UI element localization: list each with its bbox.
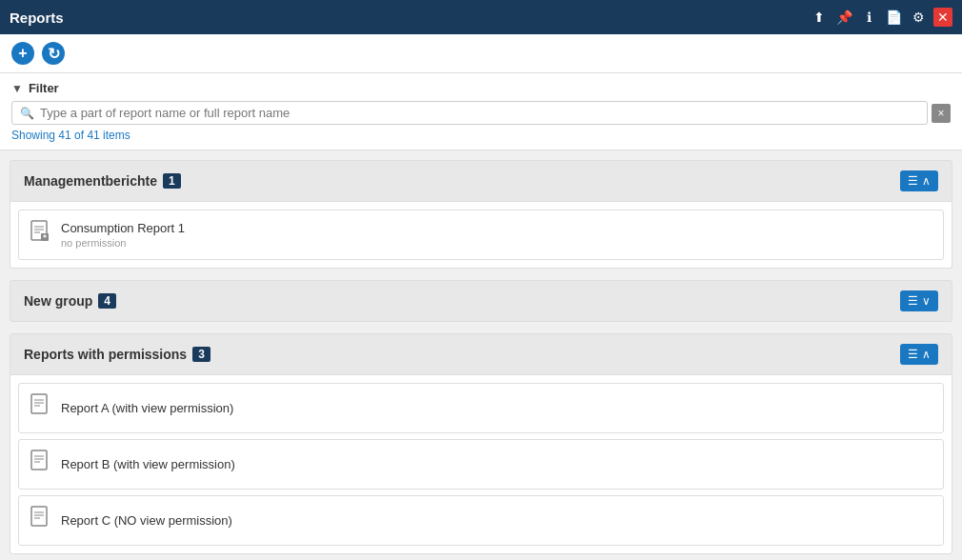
group-managementberichte: Managementberichte 1 ☰ ∧ [10, 160, 952, 269]
list-item[interactable]: Report A (with view permission) [18, 383, 944, 433]
filter-icon: ▼ [11, 82, 23, 95]
group-header-managementberichte: Managementberichte 1 ☰ ∧ [10, 160, 952, 202]
main-content: Managementberichte 1 ☰ ∧ [0, 150, 962, 560]
group-header-reports-with-permissions: Reports with permissions 3 ☰ ∧ [10, 333, 952, 375]
report-info: Consumption Report 1 no permission [61, 221, 185, 249]
group-title-managementberichte: Managementberichte 1 [24, 173, 181, 189]
report-name: Report A (with view permission) [61, 401, 233, 415]
report-doc-icon [30, 450, 51, 479]
filter-section: ▼ Filter 🔍 × Showing 41 of 41 items [0, 73, 962, 150]
filter-header: ▼ Filter [11, 81, 951, 95]
add-button[interactable]: + [11, 42, 34, 65]
export-icon[interactable]: ⬆ [810, 8, 829, 27]
showing-text: Showing 41 of 41 items [11, 129, 951, 142]
svg-rect-7 [31, 394, 47, 413]
group-badge-new-group: 4 [98, 293, 116, 309]
search-icon: 🔍 [20, 107, 34, 120]
chevron-down-icon: ∨ [922, 294, 931, 308]
list-icon: ☰ [908, 174, 918, 188]
group-name-managementberichte: Managementberichte [24, 173, 157, 189]
clear-search-button[interactable]: × [932, 104, 951, 123]
report-doc-icon [30, 220, 51, 250]
group-name-new-group: New group [24, 293, 92, 309]
app-header: Reports ⬆ 📌 ℹ 📄 ⚙ ✕ [0, 0, 962, 34]
report-info: Report B (with view permission) [61, 457, 235, 471]
report-info: Report C (NO view permission) [61, 513, 232, 528]
chevron-up-icon: ∧ [922, 348, 931, 361]
list-item[interactable]: Report B (with view permission) [18, 439, 944, 490]
refresh-button[interactable]: ↻ [42, 42, 65, 65]
list-icon: ☰ [908, 294, 918, 308]
settings-icon[interactable]: ⚙ [909, 8, 928, 27]
group-header-new-group: New group 4 ☰ ∨ [10, 280, 952, 322]
document-icon[interactable]: 📄 [884, 8, 903, 27]
report-name: Report C (NO view permission) [61, 513, 232, 528]
search-input-wrap: 🔍 [11, 101, 928, 125]
chevron-up-icon: ∧ [922, 174, 931, 188]
group-toggle-new-group[interactable]: ☰ ∨ [900, 290, 938, 311]
report-doc-icon [30, 506, 51, 535]
group-title-reports-with-permissions: Reports with permissions 3 [24, 347, 210, 362]
group-title-new-group: New group 4 [24, 293, 116, 309]
group-new-group: New group 4 ☰ ∨ [10, 280, 952, 322]
close-icon[interactable]: ✕ [933, 8, 952, 27]
list-icon: ☰ [908, 348, 918, 361]
group-reports-with-permissions: Reports with permissions 3 ☰ ∧ [10, 333, 952, 554]
report-name: Report B (with view permission) [61, 457, 235, 471]
info-icon[interactable]: ℹ [859, 8, 878, 27]
group-name-reports-with-permissions: Reports with permissions [24, 347, 187, 362]
report-name: Consumption Report 1 [61, 221, 185, 235]
report-doc-icon [30, 393, 51, 423]
app-title: Reports [10, 10, 64, 26]
group-toggle-reports-with-permissions[interactable]: ☰ ∧ [900, 344, 938, 365]
group-toggle-managementberichte[interactable]: ☰ ∧ [900, 170, 938, 191]
svg-rect-15 [31, 507, 47, 526]
list-item[interactable]: Report C (NO view permission) [18, 495, 944, 546]
group-badge-reports-with-permissions: 3 [192, 347, 210, 362]
group-body-managementberichte: Consumption Report 1 no permission [10, 202, 952, 269]
search-input[interactable] [40, 106, 919, 120]
group-body-reports-with-permissions: Report A (with view permission) Report B… [10, 375, 952, 554]
search-row: 🔍 × [11, 101, 951, 125]
svg-rect-11 [31, 450, 47, 470]
filter-label: Filter [29, 81, 59, 95]
report-permission: no permission [61, 237, 185, 249]
report-info: Report A (with view permission) [61, 401, 233, 415]
toolbar: + ↻ [0, 34, 962, 73]
header-icon-group: ⬆ 📌 ℹ 📄 ⚙ ✕ [810, 8, 952, 27]
list-item[interactable]: Consumption Report 1 no permission [18, 210, 944, 260]
group-badge-managementberichte: 1 [163, 173, 181, 189]
pin-icon[interactable]: 📌 [834, 8, 853, 27]
